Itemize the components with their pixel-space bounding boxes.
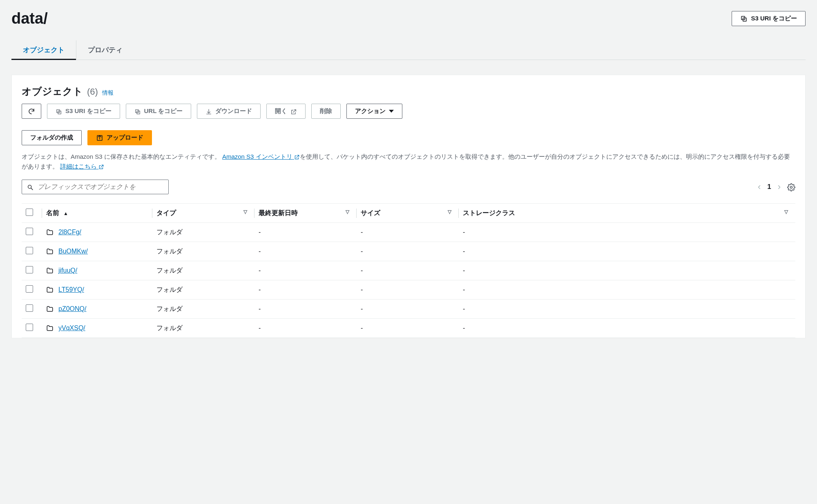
download-icon: [205, 108, 212, 115]
col-name[interactable]: 名前▲: [42, 204, 152, 223]
row-checkbox[interactable]: [26, 247, 33, 254]
cell-storage-class: -: [459, 261, 795, 280]
row-checkbox[interactable]: [26, 285, 33, 293]
upload-button[interactable]: アップロード: [87, 130, 152, 145]
object-name-link[interactable]: 2l8CFg/: [58, 229, 81, 236]
sort-asc-icon: ▲: [63, 211, 68, 216]
folder-icon: [46, 248, 54, 255]
row-checkbox[interactable]: [26, 266, 33, 273]
filter-icon: ▽: [346, 209, 349, 215]
create-folder-button[interactable]: フォルダの作成: [22, 130, 82, 145]
tab-objects[interactable]: オブジェクト: [11, 40, 76, 60]
svg-point-9: [790, 187, 792, 189]
download-label: ダウンロード: [215, 107, 252, 115]
external-link-icon: [294, 154, 300, 160]
object-name-link[interactable]: BuOMKw/: [58, 248, 88, 255]
refresh-button[interactable]: [22, 104, 41, 119]
open-label: 開く: [275, 107, 287, 115]
prefix-search-box[interactable]: [22, 180, 169, 194]
cell-last-modified: -: [254, 261, 357, 280]
folder-icon: [46, 324, 54, 332]
object-name-link[interactable]: pZ0ONQ/: [58, 305, 86, 313]
inventory-link[interactable]: Amazon S3 インベントリ: [222, 153, 300, 160]
col-type-label: タイプ: [156, 209, 176, 216]
col-type[interactable]: タイプ▽: [152, 204, 254, 223]
panel-count: (6): [87, 87, 98, 97]
objects-table: 名前▲ タイプ▽ 最終更新日時▽ サイズ▽ ストレージクラス▽ 2l8CFg/フ…: [22, 203, 795, 338]
cell-size: -: [357, 223, 459, 242]
inventory-link-text: Amazon S3 インベントリ: [222, 153, 292, 160]
copy-icon: [134, 108, 141, 115]
copy-s3-uri-header-label: S3 URI をコピー: [751, 15, 797, 22]
delete-label: 削除: [320, 107, 332, 115]
open-button[interactable]: 開く: [266, 104, 306, 119]
cell-last-modified: -: [254, 223, 357, 242]
object-name-link[interactable]: jifuuQ/: [58, 267, 77, 274]
copy-s3-uri-button[interactable]: S3 URI をコピー: [47, 104, 120, 119]
copy-s3-uri-header-button[interactable]: S3 URI をコピー: [732, 11, 806, 26]
cell-last-modified: -: [254, 319, 357, 338]
folder-icon: [46, 286, 54, 294]
cell-storage-class: -: [459, 319, 795, 338]
folder-icon: [46, 305, 54, 313]
cell-storage-class: -: [459, 300, 795, 319]
table-row: yVqXSQ/フォルダ---: [22, 319, 795, 338]
col-size[interactable]: サイズ▽: [357, 204, 459, 223]
external-link-icon: [98, 164, 104, 170]
select-all-checkbox[interactable]: [26, 209, 33, 216]
page-prev: ‹: [758, 182, 761, 192]
cell-storage-class: -: [459, 223, 795, 242]
col-sc-label: ストレージクラス: [463, 209, 515, 216]
col-lm-label: 最終更新日時: [259, 209, 298, 216]
row-checkbox[interactable]: [26, 304, 33, 312]
object-name-link[interactable]: yVqXSQ/: [58, 324, 85, 332]
folder-icon: [46, 229, 54, 236]
actions-label: アクション: [355, 107, 386, 115]
copy-url-label: URL をコピー: [144, 107, 183, 115]
table-row: pZ0ONQ/フォルダ---: [22, 300, 795, 319]
col-last-modified[interactable]: 最終更新日時▽: [254, 204, 357, 223]
tab-properties[interactable]: プロパティ: [76, 40, 134, 60]
cell-type: フォルダ: [152, 223, 254, 242]
cell-type: フォルダ: [152, 280, 254, 300]
learn-more-link[interactable]: 詳細はこちら: [60, 163, 104, 170]
cell-last-modified: -: [254, 300, 357, 319]
svg-line-8: [31, 188, 33, 190]
table-row: jifuuQ/フォルダ---: [22, 261, 795, 280]
tabs: オブジェクト プロパティ: [11, 40, 806, 60]
info-link[interactable]: 情報: [102, 89, 114, 97]
upload-label: アップロード: [107, 134, 143, 142]
cell-size: -: [357, 280, 459, 300]
col-size-label: サイズ: [361, 209, 380, 216]
panel-title: オブジェクト: [22, 85, 83, 98]
cell-storage-class: -: [459, 280, 795, 300]
prefix-search-input[interactable]: [38, 183, 163, 191]
objects-panel: オブジェクト (6) 情報 S3 URI をコピー URL をコピー: [11, 75, 806, 338]
filter-icon: ▽: [448, 209, 451, 215]
folder-icon: [46, 267, 54, 275]
col-storage-class[interactable]: ストレージクラス▽: [459, 204, 795, 223]
search-icon: [27, 183, 33, 190]
row-checkbox[interactable]: [26, 228, 33, 235]
cell-type: フォルダ: [152, 242, 254, 261]
upload-icon: [96, 134, 103, 142]
cell-size: -: [357, 319, 459, 338]
refresh-icon: [28, 107, 35, 115]
table-row: BuOMKw/フォルダ---: [22, 242, 795, 261]
col-name-label: 名前: [46, 209, 59, 216]
page-title: data/: [11, 10, 48, 27]
delete-button[interactable]: 削除: [311, 104, 341, 119]
copy-url-button[interactable]: URL をコピー: [126, 104, 192, 119]
download-button[interactable]: ダウンロード: [197, 104, 261, 119]
settings-gear-icon[interactable]: [787, 182, 795, 192]
cell-type: フォルダ: [152, 319, 254, 338]
row-checkbox[interactable]: [26, 324, 33, 331]
svg-point-7: [28, 185, 31, 188]
copy-s3-uri-label: S3 URI をコピー: [65, 107, 112, 115]
object-name-link[interactable]: LT59YQ/: [58, 286, 84, 293]
cell-type: フォルダ: [152, 300, 254, 319]
copy-icon: [56, 108, 62, 115]
actions-dropdown[interactable]: アクション: [346, 104, 402, 119]
cell-last-modified: -: [254, 280, 357, 300]
table-row: LT59YQ/フォルダ---: [22, 280, 795, 300]
